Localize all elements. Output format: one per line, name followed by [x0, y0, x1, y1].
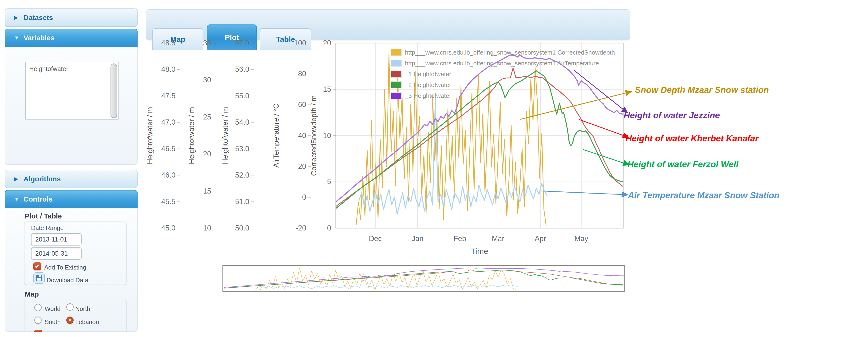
panel-label: Algorithms	[24, 175, 61, 183]
radio-south-label: South	[45, 318, 61, 326]
y-axis-tick-label: 47.0	[161, 118, 176, 126]
radio-world[interactable]	[34, 304, 42, 311]
download-data-label: Download Data	[46, 277, 88, 284]
legend-swatch	[391, 81, 402, 88]
annotation-arrow	[579, 120, 628, 137]
y-axis-tick-label: 80	[298, 70, 306, 78]
y-axis-tick-label: 10	[203, 224, 211, 232]
y-axis-tick-label: 60	[298, 100, 306, 109]
chevron-right-icon: ▶	[14, 176, 24, 182]
legend-label: _3 Heightofwater	[405, 92, 451, 99]
y-axis-title: AirTemperature / °C	[272, 103, 280, 168]
radio-north[interactable]	[66, 303, 73, 311]
radio-lebanon-label: Lebanon	[75, 318, 99, 326]
x-axis-tick-label: Apr	[535, 235, 546, 243]
sidebar-panel-controls[interactable]: ▼ Controls	[5, 190, 137, 208]
y-axis-tick-label: 52.0	[235, 171, 249, 179]
overview-range-chart[interactable]	[222, 265, 625, 292]
annotation-snow-depth: Snow Depth Mzaar Snow station	[635, 85, 769, 95]
y-axis-tick-label: 56.0	[235, 65, 249, 73]
x-axis-tick-label: Jan	[412, 235, 424, 243]
y-axis-tick-label: 46.0	[161, 171, 176, 179]
annotation-ferzol-well: Height of water Ferzol Well	[627, 159, 738, 169]
y-axis-tick-label: 20	[203, 150, 211, 158]
legend-label: http___www.cnrs.edu.lb_offering_snow_sen…	[405, 49, 615, 56]
y-axis-tick-label: 55.0	[235, 92, 249, 100]
variable-item-heightofwater[interactable]: Heightofwater	[26, 62, 118, 73]
legend-swatch	[391, 92, 402, 99]
y-axis-title: Heightofwater / m	[187, 107, 196, 164]
y-axis-tick-label: 25	[203, 113, 211, 121]
y-axis-title: Heightofwater / m	[221, 107, 229, 164]
annotation-arrow	[574, 70, 627, 113]
radio-world-label: World	[45, 305, 60, 312]
annotation-arrow	[520, 92, 631, 120]
annotation-arrows	[494, 59, 644, 214]
y-axis-tick-label: 20	[298, 162, 306, 171]
y-axis-tick-label: 30	[203, 76, 211, 84]
y-axis-tick-label: 15	[323, 85, 331, 93]
map-fieldset: World North South Lebanon	[24, 300, 126, 332]
y-axis-tick-label: 0	[302, 193, 306, 201]
legend-row: http___www.cnrs.edu.lb_offering_snow_sen…	[391, 47, 615, 58]
y-axis-tick-label: 100	[294, 39, 306, 47]
y-axis-tick-label: 53.0	[235, 145, 249, 153]
y-axis-tick-label: 0	[327, 224, 331, 232]
x-axis-tick-label: May	[575, 235, 588, 243]
variables-listbox[interactable]: Heightofwater	[25, 62, 119, 120]
radio-lebanon[interactable]	[66, 316, 73, 324]
download-data-button[interactable]	[33, 272, 45, 284]
legend-swatch	[391, 49, 402, 56]
y-axis-title: Heightofwater / m	[146, 107, 154, 164]
y-axis-tick-label: 48.0	[161, 65, 176, 73]
chevron-down-icon: ▼	[14, 196, 24, 202]
panel-label: Variables	[24, 34, 55, 42]
y-axis-tick-label: 47.5	[161, 92, 176, 100]
y-axis-tick-label: 10	[323, 131, 331, 140]
date-start-input[interactable]	[31, 233, 82, 246]
clipped-checkbox[interactable]	[34, 330, 42, 332]
y-axis-tick-label: 15	[203, 187, 211, 195]
sidebar-panel-algorithms[interactable]: ▶ Algorithms	[5, 170, 137, 188]
annotation-jezzine: Height of water Jezzine	[624, 111, 720, 120]
annotation-arrow	[541, 191, 627, 195]
y-axis-tick-label: 48.5	[161, 39, 176, 47]
add-to-existing-label: Add To Existing	[44, 264, 86, 271]
radio-north-label: North	[75, 305, 90, 312]
y-axis-tick-label: 57.0	[235, 39, 249, 47]
legend-label: _2 Heightofwater	[405, 81, 451, 89]
annotation-kherbet-kanafar: Height of water Kherbet Kanafar	[625, 133, 758, 144]
legend-swatch	[391, 60, 402, 67]
save-icon	[36, 275, 42, 281]
y-axis-tick-label: 50.0	[235, 224, 249, 232]
map-heading: Map	[25, 290, 39, 298]
y-axis-tick-label: 40	[298, 131, 306, 140]
legend-label: _1 Heightofwater	[405, 70, 451, 78]
chevron-down-icon: ▼	[14, 35, 24, 41]
annotation-air-temperature: Air Temperature Mzaar Snow Station	[628, 190, 779, 201]
x-axis-title: Time	[471, 247, 488, 256]
x-axis-tick-label: Feb	[454, 235, 466, 243]
panel-label: Controls	[24, 195, 53, 203]
controls-panel-body: Plot / Table Date Range ✔ Add To Existin…	[5, 208, 137, 332]
listbox-scrollbar[interactable]	[111, 63, 117, 118]
y-axis-tick-label: 51.0	[235, 197, 249, 206]
y-axis-tick-label: -20	[296, 224, 306, 232]
x-axis-tick-label: Dec	[369, 235, 382, 243]
sidebar-panel-datasets[interactable]: ▶ Datasets	[5, 8, 137, 27]
date-range-fieldset: Date Range ✔ Add To Existing Download Da…	[24, 221, 126, 285]
y-axis-tick-label: 54.0	[235, 118, 249, 126]
panel-label: Datasets	[24, 13, 53, 22]
y-axis-tick-label: 46.5	[161, 145, 176, 153]
date-end-input[interactable]	[31, 247, 82, 259]
date-range-label: Date Range	[31, 224, 64, 232]
y-axis-tick-label: 20	[323, 39, 331, 47]
sidebar-panel-variables[interactable]: ▼ Variables	[5, 29, 137, 47]
y-axis-tick-label: 5	[327, 178, 331, 186]
x-axis-tick-label: Mar	[492, 235, 504, 243]
add-to-existing-checkbox[interactable]: ✔	[33, 263, 41, 271]
radio-south[interactable]	[34, 316, 42, 324]
y-axis-tick-label: 45.0	[161, 224, 176, 232]
variables-panel-body: Heightofwater	[5, 47, 137, 164]
chevron-right-icon: ▶	[14, 14, 24, 21]
